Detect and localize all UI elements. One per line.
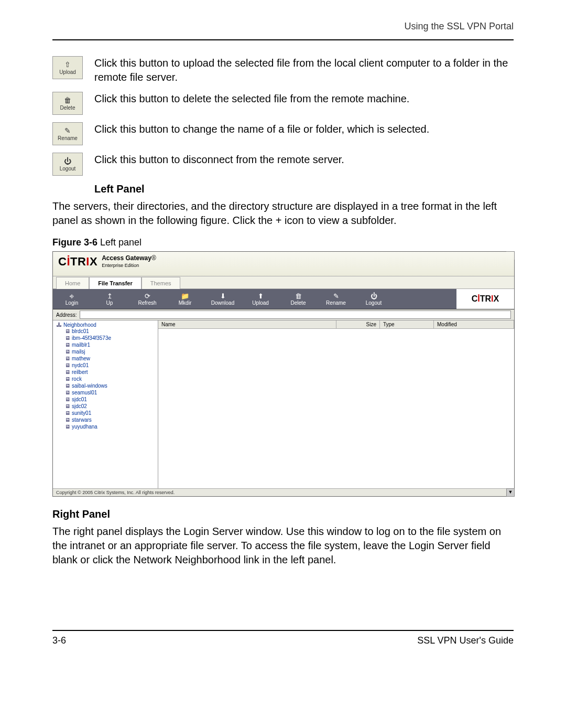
col-size[interactable]: Size	[336, 320, 380, 328]
tree-item-label: mathew	[72, 356, 90, 361]
btn-label: Upload	[59, 69, 76, 75]
delete-icon: 🗑	[64, 97, 71, 104]
citrix-logo: CİTRIX	[58, 255, 97, 269]
tree-item[interactable]: 🖥starwars	[64, 416, 158, 423]
tree-item[interactable]: 🖥rock	[64, 376, 158, 382]
logout-button-icon: ⏻ Logout	[52, 153, 83, 176]
col-name[interactable]: Name	[158, 320, 336, 328]
upload-button[interactable]: ⬆Upload	[242, 289, 279, 309]
computer-icon: 🖥	[64, 362, 71, 368]
download-icon: ⬇	[204, 292, 242, 300]
computer-icon: 🖥	[64, 328, 71, 334]
right-panel-heading: Right Panel	[52, 508, 514, 520]
tree-root-item[interactable]: 🖧Neighborhood 🖥blrdc01🖥ibm-45f34f3573e🖥m…	[56, 322, 158, 431]
upload-icon: ⬆	[242, 292, 279, 300]
computer-icon: 🖥	[64, 424, 71, 430]
upload-desc: Click this button to upload the selected…	[94, 56, 514, 84]
brand-right: CİTRIX	[456, 289, 514, 309]
download-button[interactable]: ⬇Download	[204, 289, 242, 309]
col-type[interactable]: Type	[380, 320, 434, 328]
tab-home[interactable]: Home	[56, 277, 89, 289]
btn-label: Rename	[58, 135, 78, 141]
up-button[interactable]: ↥Up	[91, 289, 128, 309]
tab-themes[interactable]: Themes	[142, 277, 180, 289]
computer-icon: 🖥	[64, 410, 71, 416]
computer-icon: 🖥	[64, 417, 71, 423]
tree-item[interactable]: 🖥nydc01	[64, 362, 158, 369]
tree-item[interactable]: 🖥mailsj	[64, 348, 158, 355]
refresh-icon: ⟳	[128, 292, 166, 300]
tree-item-label: ibm-45f34f3573e	[72, 335, 111, 341]
tab-file-transfer[interactable]: File Transfer	[89, 277, 141, 289]
refresh-button[interactable]: ⟳Refresh	[128, 289, 166, 309]
footer-title: SSL VPN User's Guide	[417, 635, 514, 646]
address-input[interactable]	[80, 311, 511, 319]
tree-pane: 🖧Neighborhood 🖥blrdc01🖥ibm-45f34f3573e🖥m…	[53, 320, 158, 488]
computer-icon: 🖥	[64, 383, 71, 389]
product-line2: Enterprise Edition	[102, 263, 139, 268]
scroll-down-icon[interactable]: ▼	[506, 488, 515, 497]
tree-item-label: saibal-windows	[72, 383, 107, 389]
tree-item-label: mailsj	[72, 349, 85, 355]
logout-button[interactable]: ⏻Logout	[355, 289, 393, 309]
computer-icon: 🖥	[64, 390, 71, 395]
figure-title: Left panel	[97, 237, 142, 248]
login-button[interactable]: ⎆Login	[53, 289, 91, 309]
tree-item[interactable]: 🖥yuyudhana	[64, 423, 158, 430]
tree-item[interactable]: 🖥blrdc01	[64, 328, 158, 335]
app-header: CİTRIX Access Gateway® Enterprise Editio…	[53, 252, 514, 276]
tree-item[interactable]: 🖥seamusl01	[64, 389, 158, 396]
logout-icon: ⏻	[355, 292, 393, 300]
right-panel-text: The right panel displays the Login Serve…	[52, 524, 514, 567]
tree-item[interactable]: 🖥sunity01	[64, 410, 158, 416]
tree-item-label: sjdc02	[72, 403, 87, 409]
delete-button-icon: 🗑 Delete	[52, 92, 83, 115]
tree-item-label: nydc01	[72, 362, 89, 368]
product-line1: Access Gateway	[102, 254, 151, 262]
address-label: Address:	[56, 312, 77, 318]
upload-icon: ⇧	[64, 61, 71, 68]
delete-icon: 🗑	[279, 292, 317, 300]
tree-item[interactable]: 🖥mailblr1	[64, 341, 158, 348]
delete-desc: Click this button to delete the selected…	[94, 92, 514, 106]
toolbar: ⎆Login ↥Up ⟳Refresh 📁Mkdir ⬇Download ⬆Up…	[53, 289, 514, 309]
tree-item-label: blrdc01	[72, 328, 89, 334]
figure-number: Figure 3-6	[52, 237, 97, 248]
computer-icon: 🖥	[64, 397, 71, 402]
col-modified[interactable]: Modified	[434, 320, 514, 328]
computer-icon: 🖥	[64, 349, 71, 355]
tree-item[interactable]: 🖥ibm-45f34f3573e	[64, 335, 158, 341]
login-icon: ⎆	[53, 292, 91, 300]
computer-icon: 🖥	[64, 403, 71, 409]
tree-item[interactable]: 🖥sjdc02	[64, 403, 158, 410]
tree-item-label: starwars	[72, 417, 92, 423]
tree-item[interactable]: 🖥mathew	[64, 355, 158, 362]
tree-item-label: mailblr1	[72, 342, 90, 348]
computer-icon: 🖥	[64, 369, 71, 375]
left-panel-text: The servers, their directories, and the …	[52, 199, 514, 228]
page-number: 3-6	[52, 635, 66, 646]
logout-icon: ⏻	[64, 157, 71, 165]
tree-item-label: rock	[72, 376, 82, 382]
citrix-logo-small: CİTRIX	[472, 294, 499, 304]
rename-icon: ✎	[317, 292, 355, 300]
mkdir-icon: 📁	[166, 292, 204, 300]
computer-icon: 🖥	[64, 342, 71, 348]
tree-item[interactable]: 🖥reilbert	[64, 369, 158, 376]
computer-icon: 🖥	[64, 376, 71, 382]
list-pane: Name Size Type Modified	[158, 320, 514, 488]
up-icon: ↥	[91, 292, 128, 300]
rename-button[interactable]: ✎Rename	[317, 289, 355, 309]
tree-item[interactable]: 🖥sjdc01	[64, 396, 158, 403]
computer-icon: 🖥	[64, 356, 71, 361]
rule-bottom	[52, 630, 514, 631]
rule-top	[52, 39, 514, 40]
delete-button[interactable]: 🗑Delete	[279, 289, 317, 309]
mkdir-button[interactable]: 📁Mkdir	[166, 289, 204, 309]
tree-item[interactable]: 🖥saibal-windows	[64, 382, 158, 389]
list-body	[158, 329, 514, 488]
btn-label: Delete	[60, 105, 75, 111]
btn-label: Logout	[60, 166, 76, 172]
rename-icon: ✎	[64, 127, 71, 134]
logout-desc: Click this button to disconnect from the…	[94, 153, 514, 167]
